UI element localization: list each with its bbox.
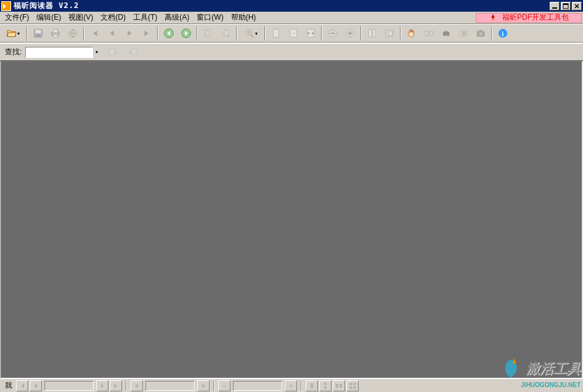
- menu-tools[interactable]: 工具(T): [129, 11, 161, 24]
- find-input[interactable]: [25, 47, 93, 58]
- svg-rect-6: [36, 35, 40, 37]
- next-page-button[interactable]: [121, 25, 137, 41]
- separator: [491, 26, 492, 41]
- svg-rect-22: [373, 30, 376, 38]
- save-button[interactable]: [30, 25, 46, 41]
- separator: [213, 381, 214, 391]
- menu-advanced[interactable]: 高级(A): [161, 11, 193, 24]
- binoculars-icon[interactable]: [438, 25, 454, 41]
- hand-tool-button[interactable]: [404, 25, 420, 41]
- window-title: 福昕阅读器 V2.2: [14, 1, 550, 11]
- separator: [301, 381, 302, 391]
- menu-help[interactable]: 帮助(H): [227, 11, 260, 24]
- watermark-url: JIHUOGONGJU.NET: [521, 382, 581, 388]
- document-viewport[interactable]: [1, 61, 582, 378]
- window-controls: [550, 2, 582, 10]
- fit-page-button[interactable]: [285, 25, 301, 41]
- svg-rect-16: [274, 30, 279, 38]
- hscroll-slider[interactable]: [145, 381, 195, 391]
- page-slider[interactable]: [44, 381, 94, 391]
- svg-rect-29: [445, 31, 447, 33]
- svg-rect-47: [353, 386, 356, 389]
- text-select-button[interactable]: A: [455, 25, 471, 41]
- menubar: 文件(F) 编辑(E) 视图(V) 文档(D) 工具(T) 高级(A) 窗口(W…: [0, 12, 583, 24]
- titlebar: 福昕阅读器 V2.2: [0, 0, 583, 12]
- maximize-button[interactable]: [561, 2, 571, 10]
- zoom-out-button[interactable]: [325, 25, 341, 41]
- last-page-button[interactable]: [139, 25, 155, 41]
- svg-rect-46: [349, 386, 352, 389]
- view-single-button[interactable]: [306, 380, 318, 391]
- status-text: 就: [2, 380, 15, 391]
- svg-rect-38: [132, 49, 137, 54]
- email-button[interactable]: [65, 25, 81, 41]
- prev-page-button[interactable]: [104, 25, 120, 41]
- sb-scroll-left-button[interactable]: [131, 380, 143, 391]
- svg-rect-34: [479, 30, 482, 32]
- separator: [236, 26, 237, 41]
- separator: [361, 26, 362, 41]
- attachment-button[interactable]: [381, 25, 398, 41]
- svg-rect-5: [36, 30, 41, 33]
- find-next-button[interactable]: [126, 44, 142, 60]
- svg-rect-37: [110, 49, 115, 54]
- rotate-cw-button[interactable]: [218, 25, 234, 41]
- separator: [83, 26, 84, 41]
- watermark-icon: [502, 356, 526, 381]
- sb-first-button[interactable]: [16, 380, 28, 391]
- view-continuous-button[interactable]: [319, 380, 332, 391]
- svg-rect-45: [353, 383, 356, 385]
- bookmark-button[interactable]: [364, 25, 380, 41]
- menu-document[interactable]: 文档(D): [97, 11, 129, 24]
- minimize-button[interactable]: [550, 2, 560, 10]
- svg-rect-43: [340, 384, 342, 388]
- svg-rect-13: [206, 30, 210, 36]
- sb-scroll-right-button[interactable]: [197, 380, 210, 391]
- watermark: 激活工具: [502, 356, 581, 381]
- print-button[interactable]: [47, 25, 63, 41]
- svg-rect-39: [311, 383, 313, 388]
- find-dropdown[interactable]: ▾: [93, 47, 100, 58]
- svg-rect-24: [389, 31, 392, 35]
- view-facing-button[interactable]: [333, 380, 345, 391]
- info-button[interactable]: i: [495, 25, 511, 41]
- view-continuous-facing-button[interactable]: [346, 380, 359, 391]
- separator: [321, 26, 322, 41]
- sb-prev-button[interactable]: [30, 380, 42, 391]
- sb-zoom-in-button[interactable]: [285, 380, 297, 391]
- zoom-in-button[interactable]: [342, 25, 358, 41]
- separator: [126, 381, 127, 391]
- first-page-button[interactable]: [87, 25, 103, 41]
- svg-rect-9: [53, 35, 57, 38]
- find-prev-button[interactable]: [105, 44, 121, 60]
- sb-zoom-out-button[interactable]: [218, 380, 230, 391]
- actual-size-button[interactable]: [268, 25, 284, 41]
- svg-text:A: A: [462, 30, 467, 37]
- svg-rect-41: [324, 386, 327, 389]
- open-button[interactable]: ▾: [2, 25, 24, 41]
- svg-text:i: i: [502, 30, 504, 38]
- statusbar: 就: [0, 378, 583, 392]
- forward-button[interactable]: [178, 25, 194, 41]
- ad-banner[interactable]: 福昕PDF开发工具包: [476, 13, 582, 23]
- sb-last-button[interactable]: [110, 380, 122, 391]
- sb-next-button[interactable]: [96, 380, 108, 391]
- main-toolbar: ▾ ▾ A i: [0, 24, 583, 43]
- snapshot-button[interactable]: [473, 25, 489, 41]
- back-button[interactable]: [161, 25, 177, 41]
- app-icon: [1, 1, 11, 11]
- close-button[interactable]: [572, 2, 582, 10]
- select-tool-button[interactable]: [421, 25, 437, 41]
- find-label: 查找:: [5, 47, 22, 57]
- separator: [26, 26, 28, 41]
- menu-view[interactable]: 视图(V): [65, 11, 97, 24]
- rocket-icon: [489, 14, 497, 22]
- fit-width-button[interactable]: [303, 25, 319, 41]
- menu-window[interactable]: 窗口(W): [193, 11, 227, 24]
- menu-edit[interactable]: 编辑(E): [33, 11, 65, 24]
- rotate-ccw-button[interactable]: [200, 25, 216, 41]
- svg-point-33: [479, 32, 482, 35]
- menu-file[interactable]: 文件(F): [1, 11, 33, 24]
- zoom-button[interactable]: ▾: [240, 25, 262, 41]
- zoom-slider[interactable]: [233, 381, 282, 391]
